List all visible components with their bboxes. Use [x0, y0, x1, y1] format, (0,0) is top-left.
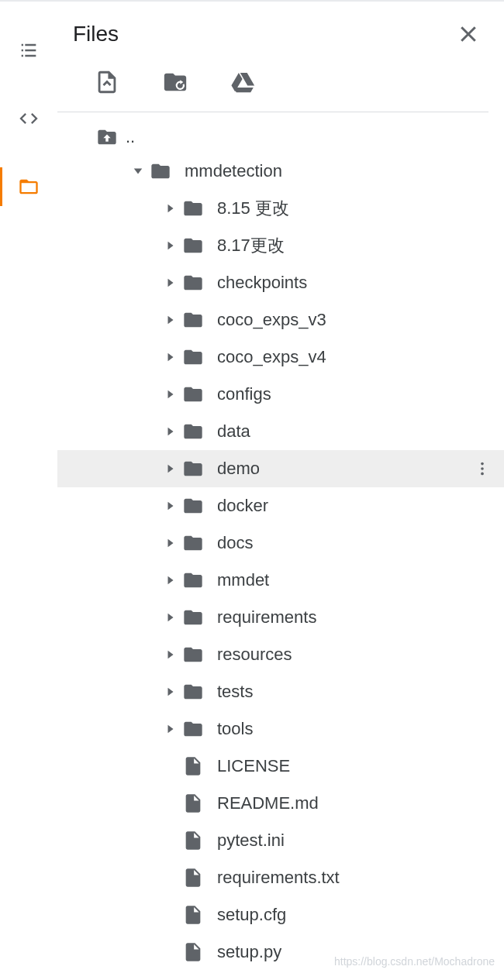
tree-row[interactable]: checkpoints: [57, 264, 504, 301]
chevron-right-icon: [165, 612, 176, 623]
tree-row[interactable]: setup.cfg: [57, 896, 504, 934]
folder-icon: [181, 643, 205, 666]
tree-children: 8.15 更改8.17更改checkpointscoco_exps_v3coco…: [57, 190, 504, 971]
expand-arrow[interactable]: [160, 272, 181, 294]
tree-row[interactable]: coco_exps_v3: [57, 301, 504, 339]
mount-drive-button[interactable]: [228, 67, 259, 98]
close-icon: [457, 22, 480, 46]
tree-row[interactable]: data: [57, 413, 504, 450]
tree-item-label: requirements: [217, 607, 504, 628]
close-button[interactable]: [453, 19, 484, 50]
tree-row[interactable]: configs: [57, 376, 504, 413]
refresh-button[interactable]: [160, 67, 191, 98]
folder-refresh-icon: [162, 69, 188, 95]
expand-arrow[interactable]: [160, 532, 181, 554]
panel-header: Files: [57, 2, 504, 67]
collapse-arrow[interactable]: [127, 160, 149, 182]
files-panel: Files ..: [57, 2, 504, 980]
folder-icon: [181, 606, 205, 629]
tree-item-label: tools: [217, 719, 504, 739]
tree-item-label: mmdet: [217, 570, 504, 590]
folder-icon: [149, 160, 172, 183]
code-button[interactable]: [10, 98, 47, 139]
tree-item-label: README.md: [217, 793, 504, 813]
expand-arrow: [160, 755, 181, 777]
expand-arrow[interactable]: [160, 421, 181, 442]
tree-row[interactable]: tools: [57, 710, 504, 748]
expand-arrow[interactable]: [160, 198, 181, 219]
tree-row[interactable]: 8.17更改: [57, 227, 504, 264]
tree-row-root[interactable]: mmdetection: [57, 153, 504, 190]
tree-row[interactable]: docs: [57, 524, 504, 562]
panel-title: Files: [73, 22, 453, 46]
files-button[interactable]: [10, 166, 47, 208]
chevron-right-icon: [165, 352, 176, 363]
expand-arrow[interactable]: [160, 607, 181, 628]
folder-icon: [181, 680, 205, 703]
tree-item-label: demo: [217, 459, 467, 479]
expand-arrow[interactable]: [160, 644, 181, 665]
upload-file-button[interactable]: [91, 67, 123, 98]
tree-row[interactable]: resources: [57, 636, 504, 673]
expand-arrow[interactable]: [160, 346, 181, 368]
tree-row[interactable]: requirements.txt: [57, 859, 504, 896]
parent-dir-row[interactable]: ..: [57, 122, 504, 153]
folder-icon: [181, 308, 205, 332]
expand-arrow[interactable]: [160, 718, 181, 740]
expand-arrow: [160, 793, 181, 814]
code-icon: [18, 108, 40, 129]
folder-icon: [181, 346, 205, 369]
tree-item-label: requirements.txt: [217, 868, 504, 888]
tree-item-label: pytest.ini: [217, 830, 504, 851]
tree-item-label: tests: [217, 682, 504, 702]
tree-row[interactable]: pytest.ini: [57, 822, 504, 859]
chevron-right-icon: [165, 463, 176, 474]
upload-file-icon: [94, 69, 120, 95]
chevron-right-icon: [165, 315, 176, 325]
tree-row[interactable]: docker: [57, 487, 504, 524]
expand-arrow[interactable]: [160, 458, 181, 480]
file-icon: [181, 829, 205, 852]
tree-row[interactable]: coco_exps_v4: [57, 339, 504, 376]
tree-row[interactable]: demo: [57, 450, 504, 487]
side-rail: [0, 2, 57, 980]
expand-arrow[interactable]: [160, 495, 181, 517]
parent-dir-label: ..: [126, 127, 135, 147]
expand-arrow[interactable]: [160, 681, 181, 703]
tree-row[interactable]: mmdet: [57, 562, 504, 599]
folder-icon: [181, 494, 205, 518]
tree-item-label: 8.15 更改: [217, 197, 504, 220]
chevron-right-icon: [165, 500, 176, 511]
files-toolbar: [57, 67, 488, 112]
tree-row[interactable]: tests: [57, 673, 504, 710]
file-icon: [181, 940, 205, 964]
drive-icon: [230, 69, 257, 95]
expand-arrow[interactable]: [160, 235, 181, 256]
tree-item-label: LICENSE: [217, 756, 504, 776]
row-more-button[interactable]: [467, 453, 498, 484]
tree-row[interactable]: LICENSE: [57, 748, 504, 785]
tree-row[interactable]: 8.15 更改: [57, 190, 504, 227]
chevron-right-icon: [165, 203, 176, 214]
chevron-right-icon: [165, 389, 176, 400]
folder-icon: [181, 569, 205, 592]
expand-arrow: [160, 867, 181, 889]
folder-open-icon: [18, 176, 40, 198]
toc-button[interactable]: [10, 29, 47, 71]
chevron-down-icon: [133, 166, 143, 177]
file-icon: [181, 903, 205, 927]
more-vert-icon: [474, 460, 491, 477]
tree-item-label: setup.py: [217, 942, 504, 962]
expand-arrow[interactable]: [160, 383, 181, 405]
chevron-right-icon: [165, 575, 176, 586]
file-icon: [181, 755, 205, 778]
expand-arrow: [160, 941, 181, 963]
expand-arrow[interactable]: [160, 569, 181, 591]
tree-row[interactable]: README.md: [57, 785, 504, 822]
folder-icon: [181, 717, 205, 741]
tree-row[interactable]: setup.py: [57, 934, 504, 971]
expand-arrow[interactable]: [160, 309, 181, 331]
chevron-right-icon: [165, 724, 176, 734]
tree-item-label: setup.cfg: [217, 905, 504, 925]
tree-row[interactable]: requirements: [57, 599, 504, 636]
